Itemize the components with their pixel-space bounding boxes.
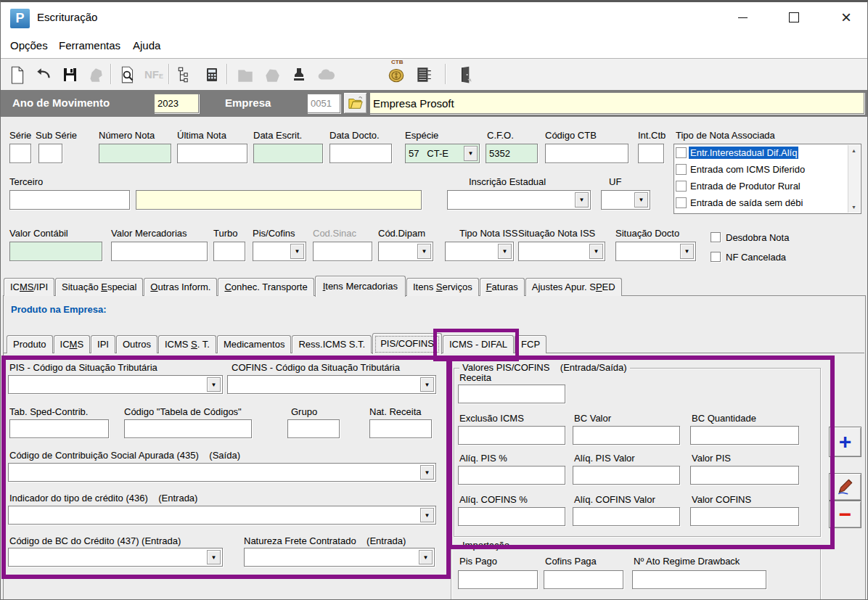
menu-item-ajuda[interactable]: Ajuda xyxy=(133,39,160,52)
serie-field[interactable] xyxy=(9,144,31,163)
dropdown-arrow-icon[interactable]: ▼ xyxy=(207,377,221,392)
company-lookup-button[interactable] xyxy=(343,92,367,114)
nat-frete-select[interactable]: ▼ xyxy=(244,548,435,567)
tab-icms-ipi[interactable]: ICMS/IPI xyxy=(4,278,54,296)
turbo-field[interactable] xyxy=(213,242,245,261)
dropdown-arrow-icon[interactable]: ▼ xyxy=(207,550,221,564)
dropdown-arrow-icon[interactable]: ▼ xyxy=(420,377,434,392)
exclusao-icms-field[interactable] xyxy=(458,426,565,445)
cofins-paga-field[interactable] xyxy=(544,570,623,589)
codigo-tabela-field[interactable] xyxy=(124,419,252,438)
especie-select[interactable]: 57 CT-E ▼ xyxy=(405,144,480,163)
subtab-icms[interactable]: ICMS xyxy=(54,335,91,353)
cod-sinac-field[interactable] xyxy=(313,242,372,261)
subtab-outros[interactable]: Outros xyxy=(116,335,157,353)
menu-item-opcoes[interactable]: Opções xyxy=(10,39,48,52)
dropdown-arrow-icon[interactable]: ▼ xyxy=(419,550,433,564)
uf-select[interactable]: ▼ xyxy=(601,190,650,210)
desdobra-nota-checkbox[interactable] xyxy=(711,232,721,242)
dropdown-arrow-icon[interactable]: ▼ xyxy=(575,192,589,207)
valor-mercadorias-field[interactable] xyxy=(111,242,208,261)
exit-button[interactable] xyxy=(454,62,478,86)
print-preview-button[interactable] xyxy=(115,62,140,86)
contrib-social-select[interactable]: ▼ xyxy=(8,463,436,482)
bc-credito-select[interactable]: ▼ xyxy=(8,548,223,567)
subtab-ipi[interactable]: IPI xyxy=(91,335,115,353)
close-button[interactable]: × xyxy=(829,6,864,29)
checkbox-icon[interactable] xyxy=(676,164,687,175)
pis-cofins-select[interactable]: ▼ xyxy=(253,242,306,261)
valor-cofins-field[interactable] xyxy=(690,507,799,526)
tab-outras-inform[interactable]: Outras Inform. xyxy=(144,278,217,296)
ultima-nota-field[interactable] xyxy=(177,144,247,163)
checkbox-icon[interactable] xyxy=(676,197,687,208)
data-escrit-field[interactable] xyxy=(253,144,323,163)
indicador-credito-select[interactable]: ▼ xyxy=(8,506,436,525)
aliq-pis-pct-field[interactable] xyxy=(458,466,565,485)
pis-pago-field[interactable] xyxy=(458,570,538,589)
sub-serie-field[interactable] xyxy=(38,144,62,163)
valor-pis-field[interactable] xyxy=(690,466,799,485)
undo-button[interactable] xyxy=(31,62,56,86)
aliq-pis-valor-field[interactable] xyxy=(573,466,680,485)
calculator-button[interactable] xyxy=(200,62,224,86)
subtab-produto[interactable]: Produto xyxy=(7,335,53,353)
tab-situacao-especial[interactable]: Situação Especial xyxy=(55,278,143,296)
dropdown-arrow-icon[interactable]: ▼ xyxy=(290,244,304,259)
cfo-field[interactable]: 5352 xyxy=(486,144,538,163)
list-item-entrada-de-saida-sem-debi[interactable]: Entrada de saída sem débi xyxy=(674,194,861,211)
subtab-ress-icms-s-t[interactable]: Ress.ICMS S.T. xyxy=(292,335,372,353)
checkbox-icon[interactable] xyxy=(676,147,687,158)
bc-quantidade-field[interactable] xyxy=(690,426,799,445)
tab-itens-servicos[interactable]: Itens Serviços xyxy=(406,278,479,296)
subtab-medicamentos[interactable]: Medicamentos xyxy=(217,335,292,353)
int-ctb-field[interactable] xyxy=(638,144,664,163)
list-item-entrada-de-produtor-rural[interactable]: Entrada de Produtor Rural xyxy=(674,178,861,194)
remove-item-button[interactable]: − xyxy=(829,501,861,528)
cofins-cst-select[interactable]: ▼ xyxy=(227,375,436,394)
scroll-down-icon[interactable]: ▼ xyxy=(848,202,859,213)
dropdown-arrow-icon[interactable]: ▼ xyxy=(420,508,434,522)
aliq-cofins-pct-field[interactable] xyxy=(458,507,565,526)
dropdown-arrow-icon[interactable]: ▼ xyxy=(680,244,694,259)
aliq-cofins-valor-field[interactable] xyxy=(573,507,680,526)
tab-sped-field[interactable] xyxy=(9,419,109,438)
year-field[interactable]: 2023 xyxy=(154,94,199,113)
tab-ajustes-apur-sped[interactable]: Ajustes Apur. SPED xyxy=(525,278,622,296)
subtab-pis-cofins[interactable]: PIS/COFINS xyxy=(372,333,442,354)
tipo-nota-iss-select[interactable]: ▼ xyxy=(445,242,514,261)
subtab-fcp[interactable]: FCP xyxy=(515,335,546,353)
pis-cst-select[interactable]: ▼ xyxy=(8,375,223,394)
dropdown-arrow-icon[interactable]: ▼ xyxy=(464,146,478,161)
data-docto-field[interactable] xyxy=(329,144,392,163)
situacao-docto-select[interactable]: ▼ xyxy=(615,242,696,261)
codigo-ctb-field[interactable] xyxy=(545,144,629,163)
nf-cancelada-checkbox[interactable] xyxy=(711,252,721,262)
numero-nota-field[interactable] xyxy=(99,144,171,163)
new-document-button[interactable] xyxy=(5,62,30,86)
save-button[interactable] xyxy=(57,62,82,86)
inscricao-estadual-select[interactable]: ▼ xyxy=(447,190,591,210)
minimize-button[interactable] xyxy=(725,6,760,29)
checkbox-icon[interactable] xyxy=(676,181,687,192)
dropdown-arrow-icon[interactable]: ▼ xyxy=(420,465,434,480)
situacao-nota-iss-select[interactable]: ▼ xyxy=(518,242,605,261)
tree-view-button[interactable] xyxy=(173,62,198,86)
nat-receita-field[interactable] xyxy=(369,419,432,438)
scroll-up-icon[interactable]: ▲ xyxy=(848,145,859,156)
list-scrollbar[interactable]: ▲ ▼ xyxy=(848,145,860,213)
list-item-entr-interestadual-dif-aliq[interactable]: Entr.Interestadual Dif.Alíq xyxy=(674,144,861,161)
company-code-field[interactable]: 0051 xyxy=(307,94,340,113)
tab-itens-mercadorias[interactable]: Itens Mercadorias xyxy=(315,276,406,297)
list-item-entrada-com-icms-diferido[interactable]: Entrada com ICMS Diferido xyxy=(674,161,861,178)
cod-dipam-select[interactable]: ▼ xyxy=(378,242,433,261)
edit-item-button[interactable] xyxy=(829,473,861,501)
bc-valor-field[interactable] xyxy=(573,426,680,445)
tipo-nota-associada-list[interactable]: Entr.Interestadual Dif.AlíqEntrada com I… xyxy=(673,144,861,214)
dropdown-arrow-icon[interactable]: ▼ xyxy=(589,244,603,259)
tab-faturas[interactable]: Faturas xyxy=(480,278,525,296)
receita-field[interactable] xyxy=(458,385,565,403)
terceiro-code-field[interactable] xyxy=(9,190,130,210)
maximize-button[interactable] xyxy=(777,6,811,29)
drawback-field[interactable] xyxy=(632,570,766,589)
